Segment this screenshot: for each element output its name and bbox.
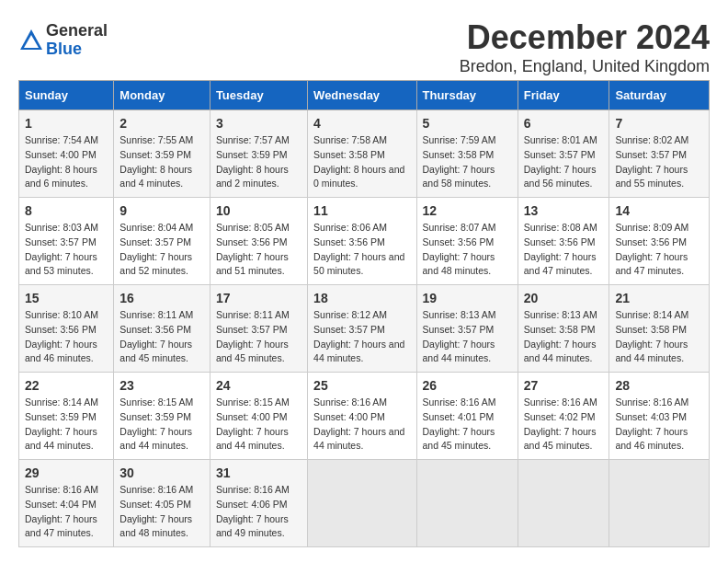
day-info: Sunrise: 8:08 AMSunset: 3:56 PMDaylight:… xyxy=(524,221,604,279)
calendar-cell: 18Sunrise: 8:12 AMSunset: 3:57 PMDayligh… xyxy=(308,285,416,373)
logo-icon xyxy=(18,28,44,53)
calendar-table: SundayMondayTuesdayWednesdayThursdayFrid… xyxy=(18,80,710,547)
logo-general: General xyxy=(46,22,108,40)
day-number: 20 xyxy=(524,291,604,305)
calendar-cell: 4Sunrise: 7:58 AMSunset: 3:58 PMDaylight… xyxy=(308,110,416,198)
calendar-cell: 7Sunrise: 8:02 AMSunset: 3:57 PMDaylight… xyxy=(609,110,710,198)
day-number: 14 xyxy=(615,203,703,218)
day-number: 11 xyxy=(313,203,410,218)
day-number: 25 xyxy=(313,378,410,393)
day-number: 3 xyxy=(216,116,301,131)
week-row-2: 8Sunrise: 8:03 AMSunset: 3:57 PMDaylight… xyxy=(19,198,710,285)
day-info: Sunrise: 8:16 AMSunset: 4:01 PMDaylight:… xyxy=(423,396,512,454)
calendar-cell: 9Sunrise: 8:04 AMSunset: 3:57 PMDaylight… xyxy=(114,198,210,285)
header-day-friday: Friday xyxy=(518,81,609,110)
day-number: 12 xyxy=(423,203,512,218)
day-number: 5 xyxy=(423,116,512,131)
week-row-4: 22Sunrise: 8:14 AMSunset: 3:59 PMDayligh… xyxy=(19,373,710,460)
calendar-cell: 27Sunrise: 8:16 AMSunset: 4:02 PMDayligh… xyxy=(518,373,609,460)
calendar-cell: 30Sunrise: 8:16 AMSunset: 4:05 PMDayligh… xyxy=(114,460,210,547)
header-day-saturday: Saturday xyxy=(609,81,710,110)
day-info: Sunrise: 8:06 AMSunset: 3:56 PMDaylight:… xyxy=(313,221,410,279)
day-number: 15 xyxy=(25,291,108,305)
calendar-cell: 11Sunrise: 8:06 AMSunset: 3:56 PMDayligh… xyxy=(308,198,416,285)
day-number: 18 xyxy=(313,291,410,305)
header-day-sunday: Sunday xyxy=(19,81,114,110)
calendar-cell: 8Sunrise: 8:03 AMSunset: 3:57 PMDaylight… xyxy=(19,198,114,285)
day-number: 16 xyxy=(119,291,204,305)
calendar-cell: 15Sunrise: 8:10 AMSunset: 3:56 PMDayligh… xyxy=(19,285,114,373)
day-info: Sunrise: 7:54 AMSunset: 4:00 PMDaylight:… xyxy=(25,133,108,191)
header-day-wednesday: Wednesday xyxy=(308,81,416,110)
calendar-cell: 29Sunrise: 8:16 AMSunset: 4:04 PMDayligh… xyxy=(19,460,114,547)
calendar-cell xyxy=(518,460,609,547)
day-number: 10 xyxy=(216,203,301,218)
calendar-cell: 28Sunrise: 8:16 AMSunset: 4:03 PMDayligh… xyxy=(609,373,710,460)
day-number: 23 xyxy=(119,378,204,393)
day-info: Sunrise: 8:10 AMSunset: 3:56 PMDaylight:… xyxy=(25,308,108,366)
day-info: Sunrise: 8:14 AMSunset: 3:59 PMDaylight:… xyxy=(25,396,108,454)
header-day-thursday: Thursday xyxy=(416,81,518,110)
day-info: Sunrise: 8:03 AMSunset: 3:57 PMDaylight:… xyxy=(25,221,108,279)
day-info: Sunrise: 8:15 AMSunset: 3:59 PMDaylight:… xyxy=(119,396,204,454)
day-number: 28 xyxy=(615,378,703,393)
day-number: 7 xyxy=(615,116,703,131)
day-info: Sunrise: 8:11 AMSunset: 3:56 PMDaylight:… xyxy=(119,308,204,366)
title-block: December 2024 Bredon, England, United Ki… xyxy=(460,18,710,76)
calendar-cell: 2Sunrise: 7:55 AMSunset: 3:59 PMDaylight… xyxy=(114,110,210,198)
day-info: Sunrise: 7:59 AMSunset: 3:58 PMDaylight:… xyxy=(423,133,512,191)
main-title: December 2024 xyxy=(460,18,710,57)
day-info: Sunrise: 8:15 AMSunset: 4:00 PMDaylight:… xyxy=(216,396,301,454)
day-info: Sunrise: 8:05 AMSunset: 3:56 PMDaylight:… xyxy=(216,221,301,279)
calendar-cell: 17Sunrise: 8:11 AMSunset: 3:57 PMDayligh… xyxy=(210,285,307,373)
day-info: Sunrise: 8:16 AMSunset: 4:06 PMDaylight:… xyxy=(216,483,301,541)
calendar-cell: 20Sunrise: 8:13 AMSunset: 3:58 PMDayligh… xyxy=(518,285,609,373)
calendar-cell: 6Sunrise: 8:01 AMSunset: 3:57 PMDaylight… xyxy=(518,110,609,198)
day-number: 9 xyxy=(119,203,204,218)
calendar-cell: 5Sunrise: 7:59 AMSunset: 3:58 PMDaylight… xyxy=(416,110,518,198)
day-info: Sunrise: 8:07 AMSunset: 3:56 PMDaylight:… xyxy=(423,221,512,279)
calendar-cell: 10Sunrise: 8:05 AMSunset: 3:56 PMDayligh… xyxy=(210,198,307,285)
day-number: 1 xyxy=(25,116,108,131)
day-number: 2 xyxy=(119,116,204,131)
day-info: Sunrise: 7:57 AMSunset: 3:59 PMDaylight:… xyxy=(216,133,301,191)
calendar-cell: 25Sunrise: 8:16 AMSunset: 4:00 PMDayligh… xyxy=(308,373,416,460)
day-number: 6 xyxy=(524,116,604,131)
calendar-cell: 23Sunrise: 8:15 AMSunset: 3:59 PMDayligh… xyxy=(114,373,210,460)
calendar-cell: 14Sunrise: 8:09 AMSunset: 3:56 PMDayligh… xyxy=(609,198,710,285)
day-info: Sunrise: 8:09 AMSunset: 3:56 PMDaylight:… xyxy=(615,221,703,279)
day-number: 31 xyxy=(216,465,301,480)
day-number: 27 xyxy=(524,378,604,393)
week-row-3: 15Sunrise: 8:10 AMSunset: 3:56 PMDayligh… xyxy=(19,285,710,373)
logo: General Blue xyxy=(18,22,108,59)
logo-text: General Blue xyxy=(46,22,108,59)
calendar-cell xyxy=(416,460,518,547)
calendar-cell: 12Sunrise: 8:07 AMSunset: 3:56 PMDayligh… xyxy=(416,198,518,285)
day-number: 8 xyxy=(25,203,108,218)
calendar-header-row: SundayMondayTuesdayWednesdayThursdayFrid… xyxy=(19,81,710,110)
day-number: 29 xyxy=(25,465,108,480)
day-info: Sunrise: 8:02 AMSunset: 3:57 PMDaylight:… xyxy=(615,133,703,191)
day-info: Sunrise: 8:16 AMSunset: 4:02 PMDaylight:… xyxy=(524,396,604,454)
week-row-5: 29Sunrise: 8:16 AMSunset: 4:04 PMDayligh… xyxy=(19,460,710,547)
header-day-monday: Monday xyxy=(114,81,210,110)
calendar-cell: 19Sunrise: 8:13 AMSunset: 3:57 PMDayligh… xyxy=(416,285,518,373)
calendar-cell: 1Sunrise: 7:54 AMSunset: 4:00 PMDaylight… xyxy=(19,110,114,198)
calendar-cell: 13Sunrise: 8:08 AMSunset: 3:56 PMDayligh… xyxy=(518,198,609,285)
day-info: Sunrise: 7:55 AMSunset: 3:59 PMDaylight:… xyxy=(119,133,204,191)
logo-blue: Blue xyxy=(46,40,108,59)
day-number: 24 xyxy=(216,378,301,393)
day-info: Sunrise: 8:04 AMSunset: 3:57 PMDaylight:… xyxy=(119,221,204,279)
day-info: Sunrise: 8:16 AMSunset: 4:04 PMDaylight:… xyxy=(25,483,108,541)
calendar-cell: 22Sunrise: 8:14 AMSunset: 3:59 PMDayligh… xyxy=(19,373,114,460)
day-info: Sunrise: 8:01 AMSunset: 3:57 PMDaylight:… xyxy=(524,133,604,191)
day-info: Sunrise: 8:13 AMSunset: 3:58 PMDaylight:… xyxy=(524,308,604,366)
day-info: Sunrise: 8:13 AMSunset: 3:57 PMDaylight:… xyxy=(423,308,512,366)
week-row-1: 1Sunrise: 7:54 AMSunset: 4:00 PMDaylight… xyxy=(19,110,710,198)
subtitle: Bredon, England, United Kingdom xyxy=(460,57,710,76)
day-info: Sunrise: 7:58 AMSunset: 3:58 PMDaylight:… xyxy=(313,133,410,191)
calendar-cell: 24Sunrise: 8:15 AMSunset: 4:00 PMDayligh… xyxy=(210,373,307,460)
calendar-cell xyxy=(308,460,416,547)
day-info: Sunrise: 8:12 AMSunset: 3:57 PMDaylight:… xyxy=(313,308,410,366)
day-number: 13 xyxy=(524,203,604,218)
